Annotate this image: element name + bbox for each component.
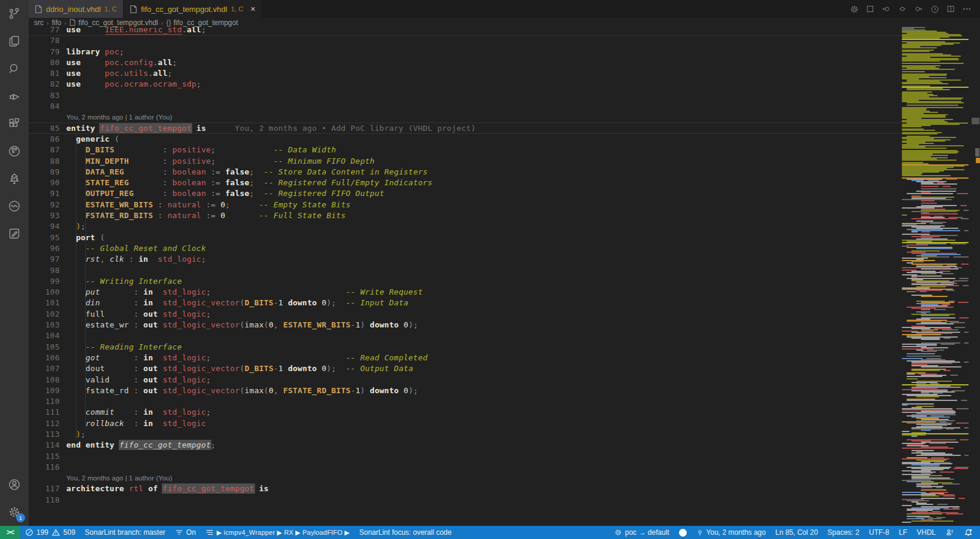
overview-ruler-mark (976, 158, 980, 163)
gradle-task[interactable]: poc → default (609, 526, 674, 539)
minimap-line (921, 203, 937, 204)
line-number: 99 (29, 276, 60, 287)
code-line-text: din : in std_logic_vector(D_BITS-1 downt… (66, 298, 408, 308)
minimap-line (921, 200, 935, 201)
code-row: 111 commit : in std_logic; (29, 407, 980, 418)
editor-actions (848, 0, 980, 18)
breadcrumb-fifo[interactable]: fifo (52, 19, 62, 27)
circle-arrow-right-icon[interactable] (913, 3, 924, 15)
code-row: 78 (29, 35, 980, 46)
gear-icon[interactable] (848, 3, 860, 15)
chevron-right-icon: › (47, 19, 49, 26)
minimap-line (964, 332, 969, 333)
minimap-line (959, 278, 969, 279)
status-dot[interactable] (674, 526, 692, 539)
problems-indicator[interactable]: 199 509 (20, 526, 80, 539)
layout-icon[interactable] (864, 3, 876, 15)
minimap[interactable] (901, 27, 971, 526)
remote-indicator[interactable]: >< (0, 526, 20, 539)
minimap-line (929, 443, 946, 444)
tab-fifo-cc-got-tempgot[interactable]: fifo_cc_got_tempgot.vhdl 1, C × (124, 0, 262, 18)
search-icon[interactable] (0, 55, 29, 82)
code-row: 114end entity fifo_cc_got_tempgot; (29, 440, 980, 451)
minimap-line (907, 353, 935, 354)
code-line-text: -- Global Reset and Clock (66, 243, 206, 254)
sonarlint-focus[interactable]: SonarLint focus: overall code (354, 526, 456, 539)
code-row: 97 rst, clk : in std_logic; (29, 254, 980, 265)
code-line-text: OUTPUT_REG : boolean := false; -- Regist… (66, 188, 384, 199)
line-number: 106 (29, 353, 60, 363)
minimap-line (944, 338, 951, 339)
overview-ruler-mark (975, 148, 979, 157)
minimap-line (907, 378, 918, 379)
tab-label: ddrio_inout.vhdl (46, 5, 101, 14)
minimap-line (911, 230, 960, 231)
minimap-line (902, 448, 954, 449)
notebook-edit-icon[interactable] (0, 220, 29, 247)
breadcrumb-file[interactable]: fifo_cc_got_tempgot.vhdl (69, 19, 158, 27)
breadcrumb-src[interactable]: src (34, 19, 44, 27)
symbol-path[interactable]: ▶ icmpv4_Wrapper ▶ RX ▶ PayloadFIFO ▶ (201, 526, 355, 539)
minimap-line (902, 71, 925, 72)
minimap-line (964, 342, 969, 344)
language-mode[interactable]: VHDL (912, 526, 941, 539)
blame-annotation[interactable]: You, 2 months ago (692, 526, 771, 539)
line-number: 86 (29, 134, 60, 145)
tab-close-icon[interactable]: × (251, 4, 256, 14)
minimap-line (907, 513, 942, 514)
sonarlint-branch[interactable]: SonarLint branch: master (80, 526, 170, 539)
eol[interactable]: LF (894, 526, 912, 539)
todo-tree-icon[interactable] (0, 165, 29, 192)
history-icon[interactable] (929, 3, 941, 15)
indentation[interactable]: Spaces: 2 (823, 526, 864, 539)
minimap-line (911, 520, 954, 522)
minimap-line (921, 487, 932, 488)
code-row: 106 got : in std_logic; -- Read Complete… (29, 353, 980, 363)
feedback[interactable] (941, 526, 959, 539)
minimap-line (961, 264, 969, 265)
minimap-line (964, 427, 969, 428)
breadcrumb-symbol[interactable]: {} fifo_cc_got_tempgot (166, 19, 238, 27)
run-debug-icon[interactable] (0, 82, 29, 110)
code-row: 107 dout : out std_logic_vector(D_BITS-1… (29, 363, 980, 374)
line-number: 101 (29, 298, 60, 308)
circle-icon[interactable] (896, 3, 908, 15)
git-graph-icon[interactable] (0, 137, 29, 165)
minimap-line (942, 483, 959, 485)
accounts-icon[interactable] (0, 471, 29, 498)
settings-gear-icon[interactable]: 1 (0, 498, 29, 526)
overview-ruler[interactable] (971, 27, 980, 526)
code-row: 112 rollback : in std_logic (29, 418, 980, 429)
sonarlint-icon[interactable] (0, 192, 29, 220)
line-number: 104 (29, 330, 60, 341)
line-number: 110 (29, 396, 60, 407)
more-actions-icon[interactable] (961, 3, 973, 15)
circle-arrow-left-icon[interactable] (880, 3, 892, 15)
code-row: 105 -- Reading Interface (29, 342, 980, 353)
extensions-icon[interactable] (0, 110, 29, 137)
code-line-text: full : out std_logic; (66, 309, 211, 320)
code-row: 98 (29, 265, 980, 276)
minimap-line (907, 291, 916, 292)
code-row: 94 ); (29, 221, 980, 232)
code-editor[interactable]: 77use IEEE.numeric_std.all;7879library p… (29, 27, 980, 526)
minimap-line (934, 309, 947, 310)
minimap-line (954, 327, 965, 328)
cursor-position[interactable]: Ln 85, Col 20 (770, 526, 822, 539)
code-row: 86 generic ( (29, 134, 980, 145)
split-editor-icon[interactable] (945, 3, 957, 15)
encoding[interactable]: UTF-8 (864, 526, 894, 539)
minimap-line (963, 210, 969, 211)
tab-ddrio-inout[interactable]: ddrio_inout.vhdl 1, C (29, 0, 124, 18)
error-count: 199 (36, 528, 48, 537)
source-control-icon[interactable] (0, 0, 29, 27)
line-number: 98 (29, 265, 60, 276)
explorer-icon[interactable] (0, 27, 29, 55)
notifications[interactable] (959, 526, 980, 539)
sonarlint-focus-toggle[interactable]: On (170, 526, 201, 539)
minimap-line (916, 248, 953, 249)
code-row: 103 estate_wr : out std_logic_vector(ima… (29, 320, 980, 330)
code-row: 77use IEEE.numeric_std.all; (29, 27, 980, 35)
code-row: 117architecture rtl of fifo_cc_got_tempg… (29, 483, 980, 494)
minimap-line (921, 315, 950, 316)
